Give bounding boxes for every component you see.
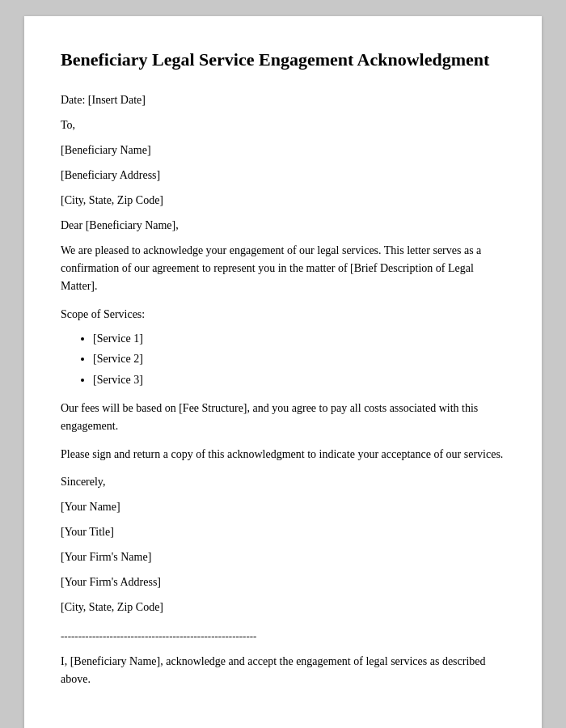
your-title-field: [Your Title] (61, 523, 505, 540)
date-line: Date: [Insert Date] (61, 91, 505, 108)
sincerely-line: Sincerely, (61, 473, 505, 490)
your-firm-address-field: [Your Firm's Address] (61, 574, 505, 590)
service-item-1: [Service 1] (93, 328, 505, 349)
acknowledgment-line: I, [Beneficiary Name], acknowledge and a… (61, 653, 505, 689)
divider-line: ----------------------------------------… (61, 630, 505, 643)
beneficiary-name-field: [Beneficiary Name] (61, 142, 505, 159)
your-city-state-zip-field: [City, State, Zip Code] (61, 599, 505, 616)
service-item-3: [Service 3] (93, 370, 505, 390)
beneficiary-address-field: [Beneficiary Address] (61, 167, 505, 184)
services-list: [Service 1] [Service 2] [Service 3] (93, 328, 505, 390)
your-firm-name-field: [Your Firm's Name] (61, 548, 505, 565)
your-name-field: [Your Name] (61, 498, 505, 515)
document-title: Beneficiary Legal Service Engagement Ack… (61, 49, 505, 72)
to-line: To, (61, 116, 505, 133)
service-item-2: [Service 2] (93, 349, 505, 369)
city-state-zip-field: [City, State, Zip Code] (61, 192, 505, 209)
fees-paragraph: Our fees will be based on [Fee Structure… (61, 400, 505, 436)
intro-paragraph: We are pleased to acknowledge your engag… (61, 242, 505, 296)
document-container: Beneficiary Legal Service Engagement Ack… (24, 16, 542, 728)
scope-label: Scope of Services: (61, 306, 505, 324)
sign-paragraph: Please sign and return a copy of this ac… (61, 446, 505, 463)
dear-line: Dear [Beneficiary Name], (61, 217, 505, 234)
